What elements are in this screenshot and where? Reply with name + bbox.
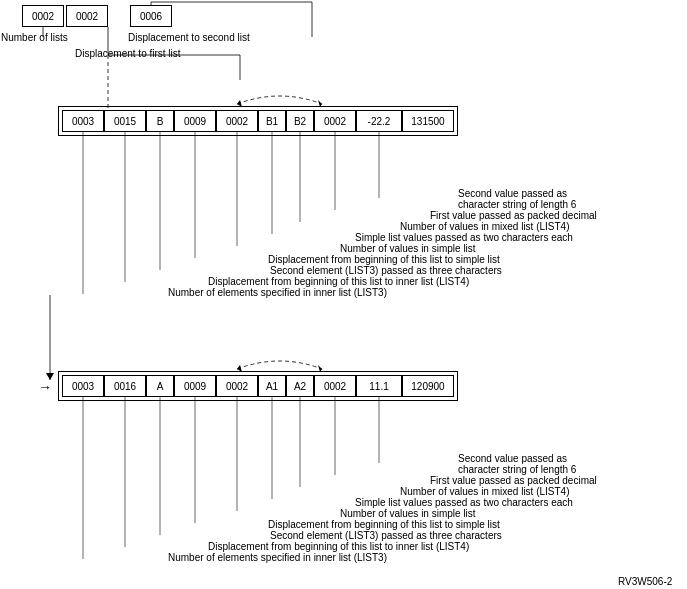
list1-label-0: Second value passed as (458, 188, 567, 199)
list2-label-4: Simple list values passed as two charact… (355, 497, 573, 508)
list1-label-1: character string of length 6 (458, 199, 576, 210)
list1-box-8: -22.2 (356, 110, 402, 132)
list2-label-9: Number of elements specified in inner li… (168, 552, 387, 563)
list1-label-9: Number of elements specified in inner li… (168, 287, 387, 298)
list1-box-4: 0002 (216, 110, 258, 132)
list2-label-6: Displacement from beginning of this list… (268, 519, 500, 530)
list1-box-6: B2 (286, 110, 314, 132)
list1-box-2: B (146, 110, 174, 132)
list1-box-3: 0009 (174, 110, 216, 132)
list1-label-7: Second element (LIST3) passed as three c… (270, 265, 502, 276)
list1-box-5: B1 (258, 110, 286, 132)
diagram: 0002 0002 0006 Number of lists Displacem… (0, 0, 687, 589)
list2-arrow: → (38, 379, 52, 395)
label-displacement-first: Displacement to first list (75, 48, 181, 59)
list1-box-7: 0002 (314, 110, 356, 132)
list2-box-2: A (146, 375, 174, 397)
list2-box-3: 0009 (174, 375, 216, 397)
header-box-2: 0002 (66, 5, 108, 27)
list2-label-1: character string of length 6 (458, 464, 576, 475)
label-number-of-lists: Number of lists (1, 32, 68, 43)
list2-label-0: Second value passed as (458, 453, 567, 464)
list1-label-3: Number of values in mixed list (LIST4) (400, 221, 570, 232)
list1-label-2: First value passed as packed decimal (430, 210, 597, 221)
list2-box-8: 11.1 (356, 375, 402, 397)
list1-label-6: Displacement from beginning of this list… (268, 254, 500, 265)
list2-label-2: First value passed as packed decimal (430, 475, 597, 486)
list2-label-7: Second element (LIST3) passed as three c… (270, 530, 502, 541)
list1-box-1: 0015 (104, 110, 146, 132)
list2-label-8: Displacement from beginning of this list… (208, 541, 469, 552)
list1-label-4: Simple list values passed as two charact… (355, 232, 573, 243)
list2-box-7: 0002 (314, 375, 356, 397)
list2-label-3: Number of values in mixed list (LIST4) (400, 486, 570, 497)
label-displacement-second: Displacement to second list (128, 32, 250, 43)
list2-label-5: Number of values in simple list (340, 508, 476, 519)
list2-box-9: 120900 (402, 375, 454, 397)
list1-label-8: Displacement from beginning of this list… (208, 276, 469, 287)
list1-box-0: 0003 (62, 110, 104, 132)
list1-box-9: 131500 (402, 110, 454, 132)
list2-box-0: 0003 (62, 375, 104, 397)
list2-box-1: 0016 (104, 375, 146, 397)
list2-box-6: A2 (286, 375, 314, 397)
list2-box-5: A1 (258, 375, 286, 397)
header-box-1: 0002 (22, 5, 64, 27)
footer-label: RV3W506-2 (618, 576, 672, 587)
header-box-3: 0006 (130, 5, 172, 27)
list2-box-4: 0002 (216, 375, 258, 397)
list1-label-5: Number of values in simple list (340, 243, 476, 254)
